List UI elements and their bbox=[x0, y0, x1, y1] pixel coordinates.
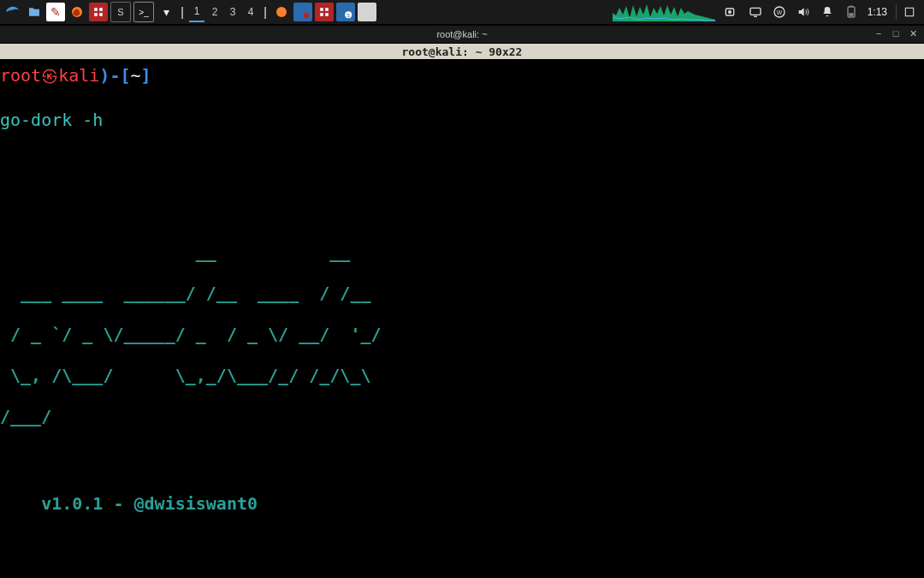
svg-text:S: S bbox=[346, 13, 350, 18]
svg-text:W: W bbox=[776, 9, 782, 15]
network-graph[interactable] bbox=[613, 3, 715, 21]
ascii-art-line: / _ `/ _ \/_____/ _ / _ \/ __/ '_/ bbox=[0, 325, 924, 343]
workspace-4[interactable]: 4 bbox=[243, 3, 258, 21]
window-minimize-button[interactable]: − bbox=[873, 27, 885, 39]
taskbar-separator-2: | bbox=[261, 3, 270, 21]
ascii-art-line: ___ ____ ______/ /__ ____ / /__ bbox=[0, 283, 924, 302]
terminal-body[interactable]: root㉿kali)-[~] go-dork -h __ __ ___ ____… bbox=[0, 59, 924, 578]
svg-point-8 bbox=[304, 13, 309, 18]
window-close-button[interactable]: ✕ bbox=[907, 27, 919, 39]
version-line: v1.0.1 - @dwisiswant0 bbox=[0, 493, 258, 514]
svg-rect-25 bbox=[849, 13, 853, 15]
screen-icon[interactable] bbox=[748, 4, 763, 20]
file-manager-icon[interactable] bbox=[25, 3, 44, 21]
dropdown-chevron-icon[interactable]: ▾ bbox=[157, 3, 175, 21]
ascii-art-line: /___/ bbox=[0, 407, 924, 426]
svg-rect-26 bbox=[905, 8, 913, 15]
prompt-cwd: ~ bbox=[130, 65, 140, 86]
svg-rect-20 bbox=[754, 16, 757, 17]
workspace-3[interactable]: 3 bbox=[225, 3, 240, 21]
prompt-rbrack: ] bbox=[141, 65, 151, 86]
running-app-4-icon[interactable]: S bbox=[336, 3, 355, 21]
terminal-titlebar[interactable]: root@kali: ~ − □ ✕ bbox=[0, 25, 924, 44]
firefox-icon[interactable] bbox=[68, 3, 86, 21]
svg-rect-4 bbox=[94, 13, 98, 16]
running-app-5-icon[interactable] bbox=[358, 3, 376, 21]
svg-point-18 bbox=[728, 10, 732, 14]
terminal-title: root@kali: ~ bbox=[436, 29, 487, 39]
terminal-tabbar[interactable]: root@kali: ~ 90x22 bbox=[0, 44, 924, 59]
kali-menu-icon[interactable] bbox=[3, 3, 22, 21]
terminal-tab-label: root@kali: ~ 90x22 bbox=[402, 45, 523, 58]
svg-rect-19 bbox=[750, 8, 761, 15]
battery-icon[interactable] bbox=[844, 4, 859, 20]
prompt-lbrack: [ bbox=[120, 65, 130, 86]
workspace-1[interactable]: 1 bbox=[189, 2, 204, 22]
clock[interactable]: 1:13 bbox=[868, 4, 887, 20]
svg-rect-11 bbox=[325, 8, 329, 11]
running-app-2-icon[interactable] bbox=[293, 3, 312, 21]
prompt-skull: ㉿ bbox=[41, 65, 58, 86]
svg-point-6 bbox=[276, 7, 287, 17]
ascii-art-line: \_, /\___/ \_,_/\___/_/ /_/\_\ bbox=[0, 366, 924, 384]
text-editor-icon[interactable]: ✎ bbox=[46, 3, 65, 21]
running-firefox-icon[interactable] bbox=[272, 3, 291, 21]
prompt-user: root bbox=[0, 65, 41, 86]
session-menu-icon[interactable] bbox=[896, 4, 917, 20]
svg-rect-5 bbox=[99, 13, 103, 16]
record-icon[interactable] bbox=[724, 4, 739, 20]
svg-rect-13 bbox=[325, 13, 329, 16]
window-maximize-button[interactable]: □ bbox=[890, 27, 902, 39]
svg-rect-3 bbox=[99, 8, 103, 11]
svg-rect-10 bbox=[320, 8, 323, 11]
svg-rect-2 bbox=[94, 8, 98, 11]
workspace-2[interactable]: 2 bbox=[207, 3, 222, 21]
svg-rect-12 bbox=[320, 13, 323, 16]
notifications-icon[interactable] bbox=[820, 4, 835, 20]
command-line: go-dork -h bbox=[0, 110, 103, 130]
running-app-3-icon[interactable] bbox=[315, 3, 334, 21]
prompt-close: )- bbox=[99, 65, 120, 86]
taskbar-separator: | bbox=[178, 3, 187, 21]
taskbar: ✎ S >_ ▾ | 1 2 3 4 | S bbox=[0, 0, 924, 25]
app-tile-s-icon[interactable]: S bbox=[110, 2, 131, 22]
prompt-host: kali bbox=[58, 65, 99, 86]
terminal-shortcut-icon[interactable]: >_ bbox=[133, 2, 154, 22]
app-tile-1-icon[interactable] bbox=[89, 3, 108, 21]
svg-rect-24 bbox=[850, 6, 853, 7]
volume-icon[interactable] bbox=[796, 4, 811, 20]
ascii-art-line: __ __ bbox=[0, 242, 924, 261]
circle-w-icon[interactable]: W bbox=[772, 4, 787, 20]
